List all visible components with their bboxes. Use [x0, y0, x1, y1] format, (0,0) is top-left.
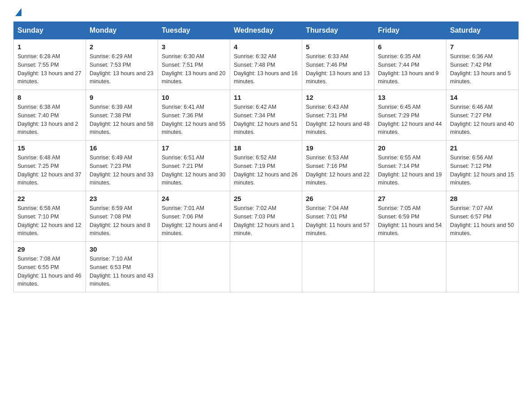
weekday-header-saturday: Saturday [446, 22, 519, 39]
calendar-cell: 21Sunrise: 6:56 AMSunset: 7:12 PMDayligh… [446, 141, 519, 191]
calendar-cell: 23Sunrise: 6:59 AMSunset: 7:08 PMDayligh… [86, 191, 158, 242]
calendar-cell: 28Sunrise: 7:07 AMSunset: 6:57 PMDayligh… [446, 191, 519, 242]
page-header [13, 9, 519, 17]
day-info: Sunrise: 6:30 AMSunset: 7:51 PMDaylight:… [162, 52, 226, 86]
calendar-week-row: 15Sunrise: 6:48 AMSunset: 7:25 PMDayligh… [14, 141, 519, 191]
calendar-cell: 9Sunrise: 6:39 AMSunset: 7:38 PMDaylight… [86, 90, 158, 141]
day-info: Sunrise: 6:42 AMSunset: 7:34 PMDaylight:… [234, 103, 298, 137]
day-number: 29 [17, 245, 82, 253]
calendar-cell: 11Sunrise: 6:42 AMSunset: 7:34 PMDayligh… [230, 90, 302, 141]
calendar-cell: 27Sunrise: 7:05 AMSunset: 6:59 PMDayligh… [374, 191, 446, 242]
calendar-cell: 30Sunrise: 7:10 AMSunset: 6:53 PMDayligh… [86, 242, 158, 292]
day-info: Sunrise: 6:45 AMSunset: 7:29 PMDaylight:… [378, 103, 442, 137]
day-number: 18 [234, 144, 298, 152]
calendar-cell: 29Sunrise: 7:08 AMSunset: 6:55 PMDayligh… [14, 242, 86, 292]
calendar-cell: 24Sunrise: 7:01 AMSunset: 7:06 PMDayligh… [158, 191, 230, 242]
calendar-cell [230, 242, 302, 292]
day-info: Sunrise: 6:48 AMSunset: 7:25 PMDaylight:… [17, 154, 82, 187]
day-info: Sunrise: 7:05 AMSunset: 6:59 PMDaylight:… [378, 204, 442, 238]
calendar-cell: 5Sunrise: 6:33 AMSunset: 7:46 PMDaylight… [302, 39, 374, 90]
day-info: Sunrise: 6:53 AMSunset: 7:16 PMDaylight:… [306, 154, 370, 187]
day-info: Sunrise: 6:32 AMSunset: 7:48 PMDaylight:… [234, 52, 298, 86]
day-number: 3 [162, 43, 226, 51]
calendar-cell: 20Sunrise: 6:55 AMSunset: 7:14 PMDayligh… [374, 141, 446, 191]
calendar-cell: 12Sunrise: 6:43 AMSunset: 7:31 PMDayligh… [302, 90, 374, 141]
day-info: Sunrise: 6:46 AMSunset: 7:27 PMDaylight:… [450, 103, 515, 137]
day-number: 12 [306, 94, 370, 101]
day-info: Sunrise: 7:10 AMSunset: 6:53 PMDaylight:… [90, 255, 154, 288]
weekday-header-wednesday: Wednesday [230, 22, 302, 39]
day-info: Sunrise: 7:01 AMSunset: 7:06 PMDaylight:… [162, 204, 226, 238]
day-info: Sunrise: 6:49 AMSunset: 7:23 PMDaylight:… [90, 154, 154, 187]
calendar-cell: 26Sunrise: 7:04 AMSunset: 7:01 PMDayligh… [302, 191, 374, 242]
day-number: 4 [234, 43, 298, 51]
day-number: 13 [378, 94, 442, 101]
day-info: Sunrise: 7:04 AMSunset: 7:01 PMDaylight:… [306, 204, 370, 238]
day-number: 27 [378, 195, 442, 202]
weekday-header-tuesday: Tuesday [158, 22, 230, 39]
day-number: 16 [90, 144, 154, 152]
day-number: 9 [90, 94, 154, 101]
day-number: 26 [306, 195, 370, 202]
calendar-cell: 4Sunrise: 6:32 AMSunset: 7:48 PMDaylight… [230, 39, 302, 90]
day-info: Sunrise: 7:07 AMSunset: 6:57 PMDaylight:… [450, 204, 515, 238]
calendar-cell: 13Sunrise: 6:45 AMSunset: 7:29 PMDayligh… [374, 90, 446, 141]
calendar-cell: 22Sunrise: 6:58 AMSunset: 7:10 PMDayligh… [14, 191, 86, 242]
day-info: Sunrise: 6:28 AMSunset: 7:55 PMDaylight:… [17, 52, 82, 86]
calendar-cell: 17Sunrise: 6:51 AMSunset: 7:21 PMDayligh… [158, 141, 230, 191]
calendar-cell: 1Sunrise: 6:28 AMSunset: 7:55 PMDaylight… [14, 39, 86, 90]
day-number: 20 [378, 144, 442, 152]
day-number: 5 [306, 43, 370, 51]
day-number: 8 [17, 94, 82, 101]
calendar-cell: 25Sunrise: 7:02 AMSunset: 7:03 PMDayligh… [230, 191, 302, 242]
calendar-week-row: 8Sunrise: 6:38 AMSunset: 7:40 PMDaylight… [14, 90, 519, 141]
calendar-cell: 16Sunrise: 6:49 AMSunset: 7:23 PMDayligh… [86, 141, 158, 191]
calendar-cell [446, 242, 519, 292]
calendar-header-row: SundayMondayTuesdayWednesdayThursdayFrid… [14, 22, 519, 39]
day-info: Sunrise: 6:41 AMSunset: 7:36 PMDaylight:… [162, 103, 226, 137]
logo [13, 9, 21, 17]
calendar-cell [158, 242, 230, 292]
calendar-cell: 3Sunrise: 6:30 AMSunset: 7:51 PMDaylight… [158, 39, 230, 90]
day-number: 14 [450, 94, 515, 101]
day-number: 15 [17, 144, 82, 152]
calendar-cell: 14Sunrise: 6:46 AMSunset: 7:27 PMDayligh… [446, 90, 519, 141]
weekday-header-thursday: Thursday [302, 22, 374, 39]
day-info: Sunrise: 7:08 AMSunset: 6:55 PMDaylight:… [17, 255, 82, 288]
day-info: Sunrise: 6:38 AMSunset: 7:40 PMDaylight:… [17, 103, 82, 137]
day-number: 24 [162, 195, 226, 202]
calendar-table: SundayMondayTuesdayWednesdayThursdayFrid… [13, 21, 519, 292]
weekday-header-monday: Monday [86, 22, 158, 39]
day-number: 19 [306, 144, 370, 152]
day-number: 25 [234, 195, 298, 202]
calendar-cell: 15Sunrise: 6:48 AMSunset: 7:25 PMDayligh… [14, 141, 86, 191]
weekday-header-sunday: Sunday [14, 22, 86, 39]
day-number: 17 [162, 144, 226, 152]
day-info: Sunrise: 6:56 AMSunset: 7:12 PMDaylight:… [450, 154, 515, 187]
calendar-cell: 6Sunrise: 6:35 AMSunset: 7:44 PMDaylight… [374, 39, 446, 90]
day-info: Sunrise: 6:51 AMSunset: 7:21 PMDaylight:… [162, 154, 226, 187]
calendar-week-row: 1Sunrise: 6:28 AMSunset: 7:55 PMDaylight… [14, 39, 519, 90]
day-number: 6 [378, 43, 442, 51]
day-info: Sunrise: 6:52 AMSunset: 7:19 PMDaylight:… [234, 154, 298, 187]
weekday-header-friday: Friday [374, 22, 446, 39]
day-number: 21 [450, 144, 515, 152]
day-info: Sunrise: 6:29 AMSunset: 7:53 PMDaylight:… [90, 52, 154, 86]
calendar-cell: 19Sunrise: 6:53 AMSunset: 7:16 PMDayligh… [302, 141, 374, 191]
day-info: Sunrise: 6:35 AMSunset: 7:44 PMDaylight:… [378, 52, 442, 86]
day-number: 11 [234, 94, 298, 101]
day-info: Sunrise: 6:55 AMSunset: 7:14 PMDaylight:… [378, 154, 442, 187]
day-number: 30 [90, 245, 154, 253]
calendar-cell: 2Sunrise: 6:29 AMSunset: 7:53 PMDaylight… [86, 39, 158, 90]
day-info: Sunrise: 6:59 AMSunset: 7:08 PMDaylight:… [90, 204, 154, 238]
calendar-cell: 18Sunrise: 6:52 AMSunset: 7:19 PMDayligh… [230, 141, 302, 191]
day-info: Sunrise: 7:02 AMSunset: 7:03 PMDaylight:… [234, 204, 298, 238]
day-info: Sunrise: 6:58 AMSunset: 7:10 PMDaylight:… [17, 204, 82, 238]
day-number: 23 [90, 195, 154, 202]
calendar-week-row: 29Sunrise: 7:08 AMSunset: 6:55 PMDayligh… [14, 242, 519, 292]
day-info: Sunrise: 6:43 AMSunset: 7:31 PMDaylight:… [306, 103, 370, 137]
calendar-week-row: 22Sunrise: 6:58 AMSunset: 7:10 PMDayligh… [14, 191, 519, 242]
day-info: Sunrise: 6:36 AMSunset: 7:42 PMDaylight:… [450, 52, 515, 86]
day-number: 10 [162, 94, 226, 101]
day-number: 7 [450, 43, 515, 51]
